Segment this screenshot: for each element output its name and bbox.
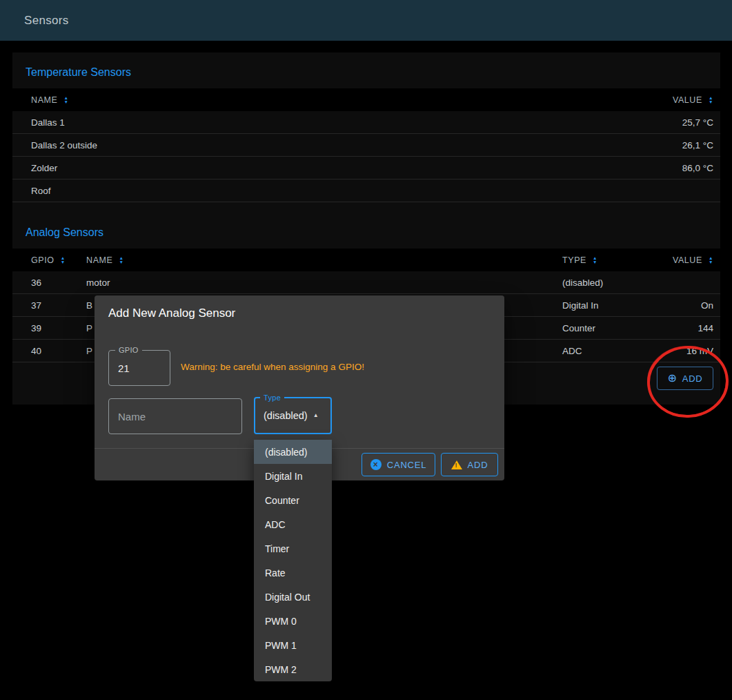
- dropdown-option[interactable]: PWM 2: [254, 657, 332, 681]
- column-label: VALUE: [673, 95, 702, 105]
- cancel-button[interactable]: × CANCEL: [362, 453, 435, 476]
- type-selected-value: (disabled): [264, 410, 308, 421]
- add-analog-sensor-button[interactable]: ⊕ ADD: [657, 367, 713, 390]
- column-label: NAME: [31, 95, 58, 105]
- dialog-add-button[interactable]: ! ADD: [441, 453, 498, 476]
- type-select-label: Type: [260, 393, 284, 402]
- temperature-table: NAME ▲▼ VALUE ▲▼ Dallas 1 25,7 °C Dallas…: [12, 88, 720, 202]
- temperature-table-header: NAME ▲▼ VALUE ▲▼: [12, 88, 720, 111]
- column-label: VALUE: [673, 255, 702, 265]
- sensor-value: 144: [652, 323, 720, 333]
- dropdown-option[interactable]: PWM 0: [254, 609, 332, 633]
- sort-icon[interactable]: ▲▼: [61, 256, 66, 264]
- sort-icon[interactable]: ▲▼: [709, 96, 713, 104]
- gpio-field-label: GPIO: [115, 346, 142, 355]
- gpio-warning-text: Warning: be careful when assigning a GPI…: [181, 362, 364, 372]
- dropdown-option[interactable]: Timer: [254, 536, 332, 561]
- temperature-section-title: Temperature Sensors: [26, 66, 131, 79]
- dialog-add-button-label: ADD: [468, 460, 488, 470]
- table-row[interactable]: Roof: [12, 179, 720, 202]
- sensor-type: ADC: [562, 346, 652, 356]
- column-header-value[interactable]: VALUE ▲▼: [652, 255, 720, 265]
- sensor-gpio: 40: [12, 346, 86, 356]
- sensor-value: 25,7 °C: [582, 117, 720, 128]
- table-row[interactable]: Zolder 86,0 °C: [12, 157, 720, 179]
- column-header-gpio[interactable]: GPIO ▲▼: [12, 255, 86, 265]
- warning-exclamation-glyph: !: [455, 463, 458, 469]
- type-select[interactable]: Type (disabled) ▲: [254, 397, 332, 434]
- sensor-gpio: 37: [12, 300, 86, 311]
- sensor-gpio: 36: [12, 278, 86, 288]
- add-button-label: ADD: [682, 373, 703, 384]
- sensor-gpio: 39: [12, 323, 86, 333]
- sensor-value: 26,1 °C: [582, 140, 720, 150]
- column-header-type[interactable]: TYPE ▲▼: [562, 255, 652, 265]
- dropdown-option[interactable]: Counter: [254, 488, 332, 512]
- column-label: NAME: [86, 255, 113, 265]
- page-title: Sensors: [24, 14, 68, 28]
- column-header-name[interactable]: NAME ▲▼: [86, 255, 562, 265]
- table-row[interactable]: 36 motor (disabled): [12, 271, 720, 294]
- name-field[interactable]: [108, 398, 242, 434]
- dropdown-option[interactable]: Rate: [254, 561, 332, 585]
- analog-table-header: GPIO ▲▼ NAME ▲▼ TYPE ▲▼ VALUE ▲▼: [12, 249, 720, 271]
- table-row[interactable]: Dallas 1 25,7 °C: [12, 111, 720, 134]
- sort-icon[interactable]: ▲▼: [64, 96, 69, 104]
- sensor-type: Counter: [562, 323, 652, 333]
- type-dropdown-menu: (disabled) Digital In Counter ADC Timer …: [254, 440, 332, 681]
- sensor-name: Roof: [12, 186, 582, 196]
- caret-up-icon: ▲: [313, 413, 319, 418]
- sensor-type: (disabled): [562, 278, 652, 288]
- cancel-button-label: CANCEL: [387, 460, 427, 470]
- sensor-name: Dallas 2 outside: [12, 140, 582, 150]
- dialog-title: Add New Analog Sensor: [108, 307, 235, 320]
- column-label: TYPE: [562, 255, 586, 265]
- gpio-field[interactable]: GPIO: [108, 350, 170, 386]
- cancel-circle-x-icon: ×: [370, 459, 382, 470]
- sort-icon[interactable]: ▲▼: [709, 256, 713, 264]
- dropdown-option[interactable]: PWM 1: [254, 633, 332, 657]
- sort-icon[interactable]: ▲▼: [119, 256, 124, 264]
- analog-section-title: Analog Sensors: [26, 226, 103, 239]
- dropdown-option[interactable]: ADC: [254, 512, 332, 536]
- sensor-value: 86,0 °C: [582, 163, 720, 173]
- sensor-name: Zolder: [12, 163, 582, 173]
- sensor-type: Digital In: [562, 300, 652, 311]
- name-input[interactable]: [109, 399, 241, 434]
- sensor-name: Dallas 1: [12, 117, 582, 128]
- column-header-name[interactable]: NAME ▲▼: [12, 95, 582, 105]
- dropdown-option[interactable]: (disabled): [254, 440, 332, 464]
- app-header: Sensors: [0, 0, 732, 41]
- sensor-value: On: [652, 300, 720, 311]
- sensor-value: 16 mV: [652, 346, 720, 356]
- add-circle-icon: ⊕: [667, 373, 677, 384]
- dropdown-option[interactable]: Digital In: [254, 464, 332, 488]
- sort-icon[interactable]: ▲▼: [593, 256, 597, 264]
- dropdown-option[interactable]: Digital Out: [254, 585, 332, 609]
- sensor-name: motor: [86, 278, 562, 288]
- table-row[interactable]: Dallas 2 outside 26,1 °C: [12, 134, 720, 157]
- warning-triangle-icon: !: [451, 460, 462, 469]
- gpio-input[interactable]: [109, 351, 170, 385]
- column-label: GPIO: [31, 255, 55, 265]
- column-header-value[interactable]: VALUE ▲▼: [582, 95, 720, 105]
